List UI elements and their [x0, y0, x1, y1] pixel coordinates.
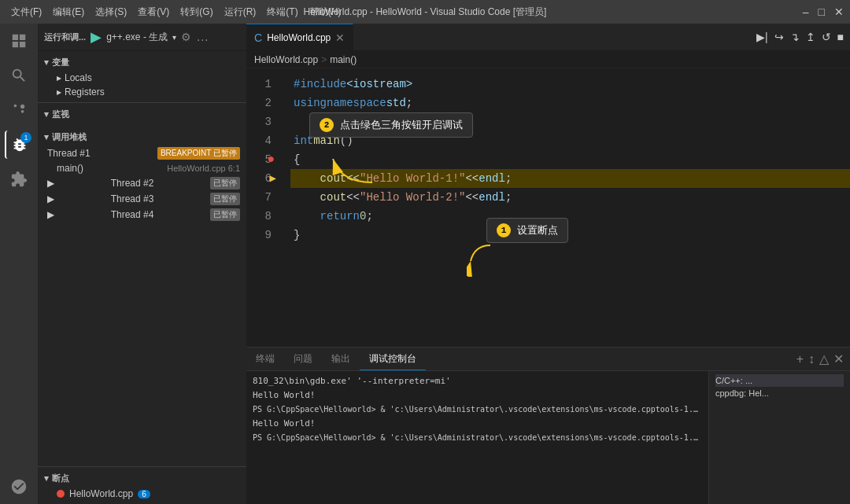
code-line-6: cout << "Hello World-1!" << endl;: [290, 169, 850, 188]
step-out-button[interactable]: ↥: [806, 31, 815, 43]
frame-name: main(): [57, 163, 83, 174]
terminal-sidebar-item-1[interactable]: C/C++: ...: [715, 374, 844, 387]
breakpoint-dot: [57, 490, 65, 498]
terminal-line-1: 810_32\bin\gdb.exe' '--interpreter=mi': [253, 374, 702, 388]
callstack-label: 调用堆栈: [52, 131, 87, 143]
menu-edit[interactable]: 编辑(E): [48, 6, 89, 19]
panel-tab-debug-console[interactable]: 调试控制台: [360, 348, 426, 370]
tab-icon: C: [254, 31, 262, 44]
window-controls: – □ ✕: [803, 6, 844, 18]
breakpoints-label: 断点: [52, 473, 69, 484]
menu-select[interactable]: 选择(S): [91, 6, 131, 19]
window-title: HelloWorld.cpp - HelloWorld - Visual Stu…: [304, 6, 547, 19]
tooltip-breakpoint-text: 设置断点: [517, 223, 558, 237]
activity-source-control[interactable]: [5, 96, 33, 124]
tab-filename: HelloWorld.cpp: [267, 32, 331, 43]
variables-title[interactable]: ▾ 变量: [38, 54, 246, 71]
panel-tab-output[interactable]: 输出: [322, 348, 360, 370]
breadcrumb-sep: >: [321, 54, 327, 65]
debug-settings-icon[interactable]: ⚙: [181, 31, 191, 43]
thread-1-name: Thread #1: [47, 148, 91, 159]
tooltip-debug: 2 点击绿色三角按钮开启调试: [309, 112, 473, 138]
breakpoints-panel: ▾ 断点 HelloWorld.cpp 6: [38, 466, 246, 504]
code-editor[interactable]: 1 2 3 4 ● 5 ▶ 6 7 8 9 #include <iostream…: [246, 68, 850, 347]
callstack-title[interactable]: ▾ 调用堆栈: [38, 129, 246, 145]
thread-3-expand: ▶: [47, 193, 54, 204]
thread-2[interactable]: ▶ Thread #2 已暂停: [38, 175, 246, 191]
restart-button[interactable]: ↺: [822, 31, 831, 43]
sidebar: 运行和调... ▶ g++.exe - 生成 ▾ ⚙ … ▾ 变量 ▶ Loca…: [38, 24, 246, 504]
maximize-button[interactable]: □: [819, 6, 825, 18]
thread-2-name: Thread #2: [111, 178, 154, 189]
continue-button[interactable]: ▶|: [756, 31, 768, 43]
close-button[interactable]: ✕: [834, 6, 844, 18]
thread-1[interactable]: Thread #1 BREAKPOINT 已暂停: [38, 145, 246, 161]
panel-close-button[interactable]: ✕: [833, 351, 844, 366]
breadcrumb-file[interactable]: HelloWorld.cpp: [254, 54, 318, 65]
titlebar-left: 文件(F) 编辑(E) 选择(S) 查看(V) 转到(G) 运行(R) 终端(T…: [6, 6, 346, 19]
tab-helloworld[interactable]: C HelloWorld.cpp ✕: [246, 24, 353, 50]
bottom-panel: 终端 问题 输出 调试控制台 + ↕ △ ✕ 810_32\bin\gdb.ex…: [246, 347, 850, 504]
thread-3[interactable]: ▶ Thread #3 已暂停: [38, 191, 246, 207]
code-line-5: {: [290, 150, 850, 169]
watch-chevron: ▾: [44, 109, 49, 120]
callstack-frame-main[interactable]: main() HelloWorld.cpp 6:1: [38, 161, 246, 175]
activity-search[interactable]: [5, 61, 33, 90]
thread-3-name: Thread #3: [111, 193, 154, 204]
terminal-sidebar: C/C++: ... cppdbg: Hel...: [708, 371, 850, 504]
panel-split-button[interactable]: ↕: [808, 352, 815, 366]
menu-run[interactable]: 运行(R): [220, 6, 261, 19]
code-lines: #include <iostream> using namespace std;…: [278, 68, 850, 347]
frame-filename: HelloWorld.cpp: [167, 164, 225, 173]
watch-panel: ▾ 监视: [38, 103, 246, 126]
breakpoint-item-1[interactable]: HelloWorld.cpp 6: [38, 487, 246, 501]
line-numbers: 1 2 3 4 ● 5 ▶ 6 7 8 9: [246, 68, 278, 347]
panel-maximize-button[interactable]: △: [819, 351, 829, 366]
locals-label: Locals: [65, 72, 92, 83]
titlebar: 文件(F) 编辑(E) 选择(S) 查看(V) 转到(G) 运行(R) 终端(T…: [0, 0, 850, 24]
thread-3-status: 已暂停: [210, 193, 240, 205]
registers-label: Registers: [65, 86, 105, 97]
step-into-button[interactable]: ↴: [790, 31, 800, 43]
code-line-2: using namespace std;: [290, 94, 850, 112]
thread-4[interactable]: ▶ Thread #4 已暂停: [38, 207, 246, 223]
thread-2-status: 已暂停: [210, 177, 240, 189]
tab-close-button[interactable]: ✕: [335, 31, 345, 44]
panel-content: 810_32\bin\gdb.exe' '--interpreter=mi' H…: [246, 371, 850, 504]
activity-extensions[interactable]: [5, 165, 33, 193]
tooltip-breakpoint-num: 1: [497, 223, 511, 237]
bp-linenum: 6: [138, 490, 150, 498]
activity-explorer[interactable]: [5, 27, 33, 55]
menu-terminal[interactable]: 终端(T): [262, 6, 302, 19]
editor-area: C HelloWorld.cpp ✕ ▶| ↪ ↴ ↥ ↺ ■ HelloWor…: [246, 24, 850, 504]
breakpoints-title[interactable]: ▾ 断点: [38, 470, 246, 487]
thread-4-status: 已暂停: [210, 208, 240, 221]
debug-toolbar: 运行和调... ▶ g++.exe - 生成 ▾ ⚙ …: [38, 24, 246, 51]
terminal-content[interactable]: 810_32\bin\gdb.exe' '--interpreter=mi' H…: [246, 371, 708, 504]
panel-add-button[interactable]: +: [796, 352, 804, 366]
panel-tab-terminal[interactable]: 终端: [246, 348, 284, 370]
callstack-chevron: ▾: [44, 132, 49, 142]
minimize-button[interactable]: –: [803, 6, 809, 18]
tooltip-debug-text: 点击绿色三角按钮开启调试: [340, 118, 463, 132]
debug-dropdown-icon[interactable]: ▾: [172, 33, 176, 42]
menu-view[interactable]: 查看(V): [133, 6, 174, 19]
stop-button[interactable]: ■: [837, 31, 844, 43]
panel-tab-problems[interactable]: 问题: [284, 348, 322, 370]
activity-bar: 1: [0, 24, 38, 504]
menu-file[interactable]: 文件(F): [6, 6, 46, 19]
registers-item[interactable]: ▶ Registers: [50, 85, 246, 99]
start-debug-button[interactable]: ▶: [91, 28, 102, 46]
debug-badge: 1: [20, 132, 31, 143]
locals-item[interactable]: ▶ Locals: [50, 71, 246, 85]
tooltip-breakpoint: 1 设置断点: [486, 218, 568, 243]
activity-debug[interactable]: 1: [5, 131, 33, 159]
debug-more-icon[interactable]: …: [196, 30, 209, 44]
step-over-button[interactable]: ↪: [774, 31, 784, 43]
watch-title[interactable]: ▾ 监视: [38, 106, 246, 123]
menu-goto[interactable]: 转到(G): [176, 6, 217, 19]
terminal-sidebar-item-2[interactable]: cppdbg: Hel...: [715, 387, 844, 399]
activity-remote[interactable]: [5, 473, 33, 501]
terminal-line-2: Hello World!: [253, 388, 702, 403]
breadcrumb-symbol[interactable]: main(): [330, 54, 357, 65]
